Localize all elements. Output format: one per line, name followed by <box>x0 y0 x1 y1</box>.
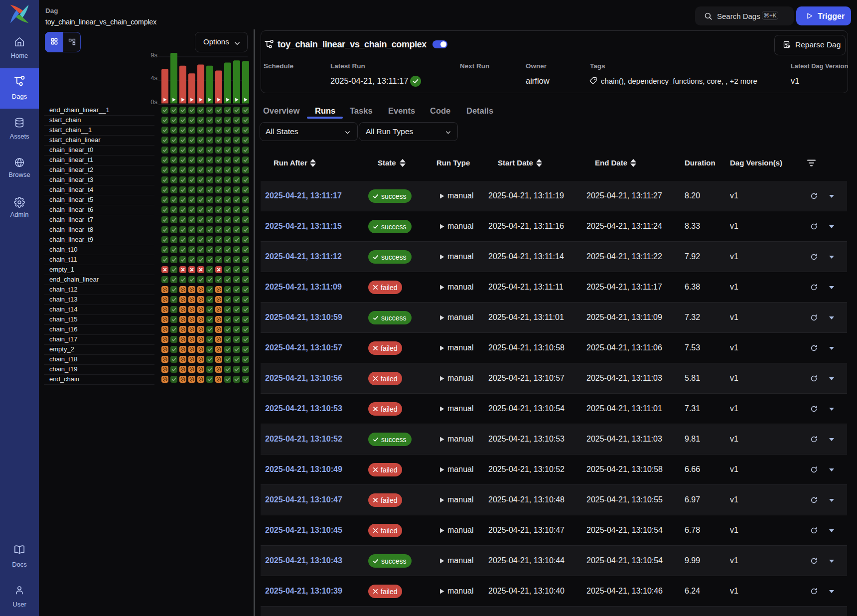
svg-text:0s: 0s <box>150 98 157 106</box>
svg-text:9s: 9s <box>150 51 157 59</box>
svg-text:4s: 4s <box>150 74 157 82</box>
